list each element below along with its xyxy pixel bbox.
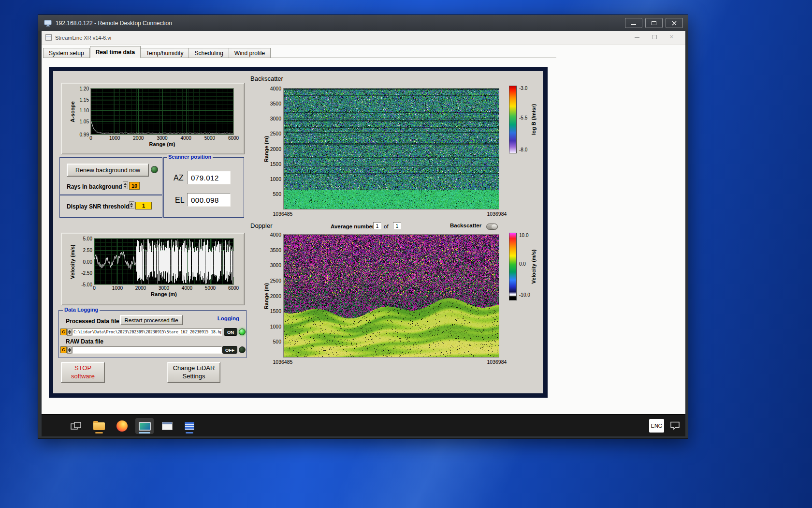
velocity-canvas — [94, 239, 233, 284]
velocity-xtick: 2000 — [135, 285, 146, 291]
backscatter-toggle[interactable] — [486, 224, 498, 230]
backscatter-ytick: 2500 — [270, 131, 281, 136]
a-scope-xtick: 3000 — [157, 135, 167, 141]
average-number-label: Average number — [331, 224, 374, 229]
raw-path-spinner[interactable] — [67, 346, 72, 354]
velocity-xtick: 3000 — [159, 285, 169, 291]
velocity-ytick: 5.00 — [83, 236, 92, 241]
raw-path-field[interactable] — [72, 346, 222, 354]
a-scope-xtick: 6000 — [228, 135, 239, 141]
backscatter-canvas — [284, 89, 499, 209]
average-of-label: of — [384, 224, 389, 229]
a-scope-ytick: 1.05 — [80, 119, 89, 124]
notification-icon[interactable] — [670, 421, 680, 432]
backscatter-colorbar: -3.0 -5.5 -8.0 log B (/m/sr) — [509, 86, 517, 153]
active-indicator — [139, 432, 150, 433]
app-titlebar[interactable]: StreamLine XR v14-6.vi ✕ — [42, 31, 685, 45]
tab-system-setup[interactable]: System setup — [43, 48, 90, 58]
snr-spinner[interactable] — [129, 201, 134, 209]
velocity-xtick: 4000 — [182, 285, 192, 291]
a-scope-xtick: 5000 — [204, 135, 215, 141]
data-logging-title: Data Logging — [63, 307, 100, 313]
tab-real-time-data[interactable]: Real time data — [90, 46, 141, 58]
velocity-xtick: 5000 — [205, 285, 216, 291]
close-icon — [671, 20, 677, 26]
raw-drive-selector[interactable]: C — [60, 346, 67, 353]
rdp-titlebar[interactable]: 192.168.0.122 - Remote Desktop Connectio… — [38, 15, 688, 31]
backscatter-cbar-tick: -8.0 — [519, 147, 527, 152]
doppler-ytick: 2000 — [270, 293, 281, 299]
doppler-ytick: 3000 — [270, 262, 281, 268]
processed-path-text: C:\Lidar\Data\Proc\2023\202309\20230915\… — [73, 330, 222, 334]
renew-background-button[interactable]: Renew background now — [67, 164, 149, 177]
running-indicator — [186, 432, 193, 433]
stop-software-button[interactable]: STOP software — [61, 362, 105, 383]
doppler-canvas — [284, 235, 499, 357]
stop-button-line2: software — [71, 373, 95, 381]
app-minimize-icon[interactable] — [635, 37, 639, 38]
data-viewer-button[interactable] — [180, 418, 199, 434]
rdp-close-button[interactable] — [666, 18, 683, 28]
doppler-x-end: 1036984 — [487, 359, 507, 365]
backscatter-ytick: 500 — [273, 191, 281, 197]
doppler-x-start: 1036485 — [273, 359, 293, 365]
change-lidar-settings-button[interactable]: Change LiDAR Settings — [167, 362, 220, 383]
raw-logging-led[interactable] — [239, 346, 246, 353]
rdp-window: 192.168.0.122 - Remote Desktop Connectio… — [38, 15, 688, 439]
rays-spinner[interactable] — [123, 181, 128, 189]
minimize-icon — [631, 24, 636, 25]
snr-value-input[interactable]: 1 — [135, 202, 152, 209]
app-title: StreamLine XR v14-6.vi — [55, 35, 111, 41]
processed-path-spinner[interactable] — [67, 329, 72, 336]
el-readout: 000.098 — [187, 193, 231, 207]
labview-vi-icon — [45, 34, 52, 41]
backscatter-cbar-tick: -5.5 — [519, 115, 527, 120]
a-scope-xtick: 0 — [89, 135, 92, 141]
doppler-ytick: 1000 — [270, 324, 281, 329]
doppler-ytick: 4000 — [270, 232, 281, 238]
velocity-ytick: 0.00 — [83, 259, 92, 264]
velocity-ytick: -2.50 — [81, 270, 92, 276]
velocity-xlabel: Range (m) — [151, 291, 177, 297]
velocity-ytick: 2.50 — [83, 247, 92, 253]
a-scope-ytick: 1.15 — [80, 97, 89, 102]
a-scope-plot: 1.20 1.15 1.10 1.05 0.99 0 1000 2000 300… — [90, 88, 234, 135]
doppler-heatmap: 4000 3500 3000 2500 2000 1500 1000 500 R… — [283, 234, 499, 358]
backscatter-ylabel: Range (m) — [263, 136, 269, 162]
backscatter-ytick: 4000 — [270, 86, 281, 91]
scan-scheduler-button[interactable] — [158, 418, 176, 434]
data-logging-group: Data Logging Processed Data file Restart… — [58, 310, 246, 358]
rays-value-input[interactable]: 10 — [129, 182, 140, 190]
maximize-icon — [652, 21, 656, 25]
task-view-button[interactable] — [67, 418, 85, 434]
backscatter-toggle-label: Backscatter — [450, 223, 481, 228]
doppler-cbar-tick: 10.0 — [519, 233, 528, 238]
doppler-ytick: 500 — [273, 339, 281, 344]
rdp-minimize-button[interactable] — [625, 18, 642, 28]
processed-data-file-label: Processed Data file — [66, 318, 119, 325]
app-restore-icon[interactable] — [652, 35, 657, 39]
velocity-xtick: 1000 — [112, 285, 123, 291]
file-explorer-button[interactable] — [90, 418, 108, 434]
firefox-icon — [116, 420, 128, 432]
blue-document-icon — [185, 422, 194, 430]
a-scope-canvas — [91, 89, 233, 134]
stop-button-line1: STOP — [74, 364, 91, 373]
processed-path-field[interactable]: C:\Lidar\Data\Proc\2023\202309\20230915\… — [72, 329, 222, 336]
firefox-button[interactable] — [113, 418, 131, 434]
processed-drive-selector[interactable]: C — [60, 329, 67, 335]
backscatter-ytick: 3500 — [270, 101, 281, 106]
processed-logging-led[interactable] — [239, 329, 246, 335]
average-number-input[interactable]: 1 — [373, 222, 381, 229]
app-close-icon[interactable]: ✕ — [669, 34, 674, 40]
change-button-line2: Settings — [183, 373, 205, 381]
rdp-maximize-button[interactable] — [645, 18, 663, 28]
active-app-button[interactable] — [135, 418, 154, 434]
restart-processed-file-button[interactable]: Restart processed file — [120, 315, 183, 325]
language-indicator[interactable]: ENG — [649, 419, 664, 433]
tab-scheduling[interactable]: Scheduling — [189, 48, 229, 58]
a-scope-xtick: 1000 — [109, 135, 120, 141]
tab-wind-profile[interactable]: Wind profile — [229, 48, 271, 58]
average-total-input[interactable]: 1 — [393, 222, 401, 229]
tab-temp-humidity[interactable]: Temp/humidity — [141, 48, 189, 58]
